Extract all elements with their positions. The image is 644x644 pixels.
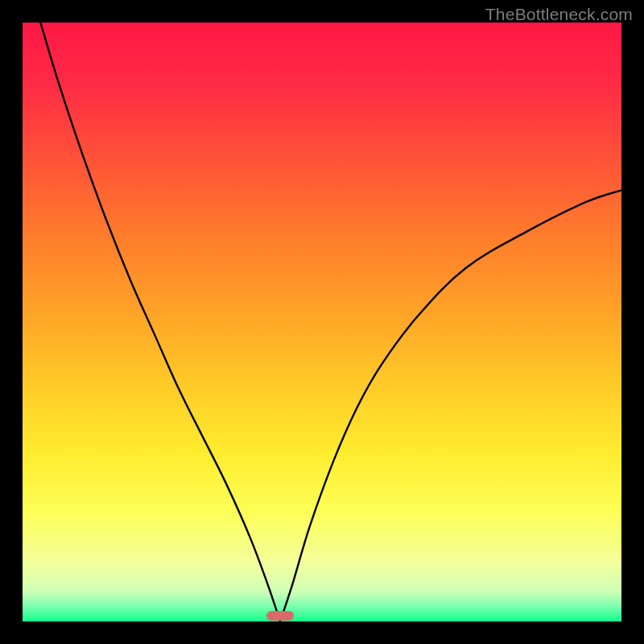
plot-area	[23, 23, 621, 621]
chart-frame: TheBottleneck.com	[0, 0, 644, 644]
sweet-spot-marker	[266, 611, 294, 621]
watermark-label: TheBottleneck.com	[485, 5, 633, 24]
background-gradient	[23, 23, 621, 621]
svg-rect-0	[23, 23, 621, 621]
